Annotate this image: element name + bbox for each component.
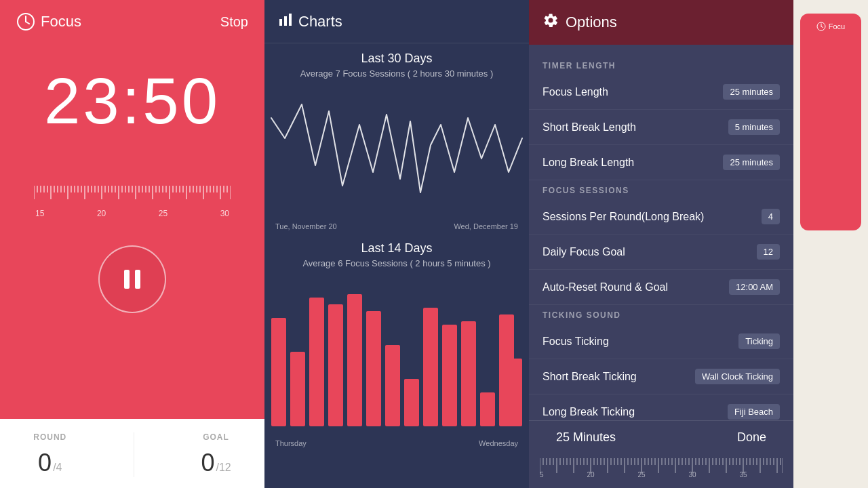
svg-text:25: 25 (637, 471, 646, 479)
options-panel: Options TIMER LENGTH Focus Length 25 min… (529, 0, 793, 488)
partial-focus-card: Focu (800, 14, 861, 230)
short-break-length-row[interactable]: Short Break Length 5 minutes (529, 110, 793, 145)
focus-title: Focus (41, 13, 81, 30)
bar-chart-date-end: Wednesday (479, 439, 518, 447)
options-footer-row: 25 Minutes Done (529, 421, 793, 454)
focus-panel: Focus Stop 23:50 /* ticks rendered inlin… (0, 0, 264, 488)
svg-text:35: 35 (739, 471, 747, 479)
round-value: 0 (38, 449, 52, 477)
options-footer: 25 Minutes Done (529, 420, 793, 488)
goal-value: 0 (201, 449, 214, 477)
focus-title-group: Focus (16, 12, 81, 31)
svg-line-159 (821, 26, 823, 28)
round-sub: /4 (53, 462, 62, 474)
bar-chart-icon (278, 12, 293, 30)
sessions-per-round-value: 4 (762, 209, 780, 224)
focus-length-label: Focus Length (542, 86, 608, 98)
focus-ticking-value: Ticking (738, 333, 780, 349)
long-break-length-row[interactable]: Long Break Length 25 minutes (529, 145, 793, 180)
svg-rect-68 (328, 304, 343, 426)
long-break-length-label: Long Break Length (542, 157, 634, 169)
svg-rect-62 (279, 19, 282, 26)
sessions-per-round-label: Sessions Per Round(Long Break) (542, 211, 704, 223)
daily-goal-label: Daily Focus Goal (542, 246, 625, 258)
stop-button[interactable]: Stop (220, 14, 248, 30)
goal-value-group: 0 /12 (201, 449, 231, 477)
footer-divider (134, 432, 134, 477)
line-chart-date-end: Wed, December 19 (454, 222, 518, 230)
ruler-ticks (34, 186, 231, 206)
auto-reset-value: 12:00 AM (729, 279, 780, 295)
long-break-ticking-value: Fiji Beach (728, 404, 780, 420)
timer-length-section: TIMER LENGTH (529, 56, 793, 75)
daily-goal-row[interactable]: Daily Focus Goal 12 (529, 235, 793, 270)
auto-reset-row[interactable]: Auto-Reset Round & Goal 12:00 AM (529, 270, 793, 305)
ruler-label-15: 15 (35, 209, 44, 218)
focus-header: Focus Stop (0, 0, 264, 43)
svg-rect-70 (366, 311, 381, 426)
long-break-ticking-row[interactable]: Long Break Ticking Fiji Beach (529, 394, 793, 420)
sessions-per-round-row[interactable]: Sessions Per Round(Long Break) 4 (529, 199, 793, 235)
footer-minutes-label: 25 Minutes (556, 430, 616, 445)
focus-length-row[interactable]: Focus Length 25 minutes (529, 75, 793, 110)
line-chart-section: Last 30 Days Average 7 Focus Sessions ( … (264, 43, 529, 233)
charts-panel: Charts Last 30 Days Average 7 Focus Sess… (264, 0, 529, 488)
line-chart-dates: Tue, November 20 Wed, December 19 (264, 220, 529, 233)
focus-ticking-row[interactable]: Focus Ticking Ticking (529, 324, 793, 359)
options-header: Options (529, 0, 793, 45)
partial-panel: Focu (793, 0, 868, 488)
short-break-length-label: Short Break Length (542, 121, 636, 134)
ruler-label-30: 30 (220, 209, 229, 218)
focus-ticking-label: Focus Ticking (542, 336, 609, 348)
svg-rect-76 (480, 392, 495, 426)
ruler-label-25: 25 (159, 209, 167, 218)
gear-icon (542, 12, 559, 33)
auto-reset-label: Auto-Reset Round & Goal (542, 281, 668, 293)
options-ruler: 15 20 25 30 35 (529, 454, 793, 488)
long-break-length-value: 25 minutes (723, 155, 780, 170)
svg-text:20: 20 (587, 471, 595, 479)
ruler-svg: /* ticks rendered inline */ (34, 159, 231, 183)
short-break-ticking-label: Short Break Ticking (542, 371, 637, 383)
pause-button[interactable] (98, 245, 166, 313)
pause-bar-right (135, 270, 140, 289)
line-chart-subtitle: Average 7 Focus Sessions ( 2 hours 30 mi… (264, 68, 529, 84)
round-value-group: 0 /4 (38, 449, 62, 477)
focus-footer: ROUND 0 /4 GOAL 0 /12 (0, 419, 264, 488)
svg-rect-78 (507, 359, 522, 426)
svg-rect-67 (309, 298, 324, 426)
round-label: ROUND (33, 432, 66, 442)
options-content: TIMER LENGTH Focus Length 25 minutes Sho… (529, 45, 793, 420)
daily-goal-value: 12 (757, 244, 780, 260)
bar-chart-svg (264, 274, 529, 436)
partial-clock-icon (816, 22, 826, 31)
svg-rect-74 (442, 325, 457, 426)
goal-sub: /12 (216, 462, 231, 474)
bar-chart-subtitle: Average 6 Focus Sessions ( 2 hours 5 min… (264, 258, 529, 274)
svg-rect-66 (290, 352, 305, 426)
svg-rect-69 (347, 294, 362, 426)
line-chart-title: Last 30 Days (264, 43, 529, 68)
goal-label: GOAL (203, 432, 229, 442)
charts-header: Charts (264, 0, 529, 43)
timer-display: 23:50 (44, 64, 220, 138)
svg-line-2 (26, 22, 29, 24)
done-button[interactable]: Done (737, 430, 766, 445)
focus-length-value: 25 minutes (723, 84, 780, 100)
options-title: Options (566, 14, 617, 31)
line-chart-svg (264, 84, 529, 220)
goal-stat: GOAL 0 /12 (201, 432, 231, 477)
tick-ruler: /* ticks rendered inline */ (34, 159, 231, 218)
round-stat: ROUND 0 /4 (33, 432, 66, 477)
ruler-labels: 15 20 25 30 (34, 209, 231, 218)
pause-icon (124, 270, 140, 289)
svg-rect-73 (423, 308, 438, 426)
svg-rect-75 (461, 321, 476, 426)
svg-rect-63 (284, 16, 287, 26)
short-break-ticking-row[interactable]: Short Break Ticking Wall Clock Ticking (529, 359, 793, 394)
svg-rect-72 (404, 379, 419, 426)
svg-rect-71 (385, 345, 400, 426)
bar-chart-title: Last 14 Days (264, 233, 529, 258)
short-break-length-value: 5 minutes (728, 119, 780, 135)
bar-chart-dates: Thursday Wednesday (264, 436, 529, 450)
